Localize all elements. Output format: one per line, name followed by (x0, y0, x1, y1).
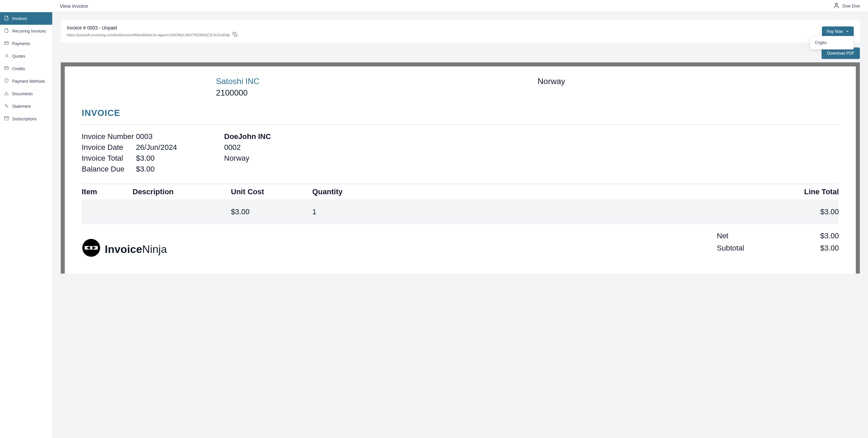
ninja-icon (82, 238, 101, 260)
invoice-header-card: Invoice # 0003 - Unpaid https://pavsoft.… (61, 20, 860, 43)
meta-label-balance: Balance Due (82, 165, 136, 174)
copy-url-button[interactable] (233, 32, 237, 38)
pdf-page: Satoshi INC 2100000 Norway INVOICE Invoi… (65, 66, 856, 274)
total-value-subtotal: $3.00 (785, 244, 839, 253)
meta-label-date: Invoice Date (82, 143, 136, 152)
invoice-status-title: Invoice # 0003 - Unpaid (67, 25, 237, 31)
sidebar-item-label: Documents (12, 92, 33, 96)
sidebar-item-label: Credits (12, 66, 25, 71)
logo-text-1: Invoice (105, 243, 142, 256)
topbar: View Invoice Doe Doe (0, 0, 868, 12)
col-quantity: Quantity (312, 187, 417, 196)
total-value-net: $3.00 (785, 232, 839, 240)
chevron-down-icon (846, 29, 849, 34)
sidebar-item-invoices[interactable]: Invoices (0, 12, 52, 25)
pdf-viewer[interactable]: Satoshi INC 2100000 Norway INVOICE Invoi… (61, 62, 860, 274)
col-line-total: Line Total (417, 187, 839, 196)
list-icon (4, 53, 9, 59)
pay-now-label: Pay Now (827, 29, 843, 34)
company-name: Satoshi INC (216, 77, 517, 86)
item-row: $3.00 1 $3.00 (82, 200, 839, 224)
meta-value-balance: $3.00 (136, 165, 204, 174)
file-icon (4, 28, 9, 34)
cell-item (82, 207, 133, 216)
sidebar-item-recurring-invoices[interactable]: Recurring Invoices (0, 25, 52, 37)
cell-unit-cost: $3.00 (231, 207, 312, 216)
sidebar-item-payments[interactable]: Payments (0, 37, 52, 50)
client-name: DoeJohn INC (224, 132, 271, 141)
pay-now-dropdown: Crypto (810, 36, 854, 49)
sidebar-item-payment-methods[interactable]: Payment Methods (0, 75, 52, 87)
sidebar-item-label: Subscriptions (12, 117, 37, 121)
cell-description (133, 207, 231, 216)
divider (82, 124, 839, 125)
sidebar-item-credits[interactable]: Credits (0, 62, 52, 75)
client-country: Norway (224, 154, 271, 163)
content-area: Invoice # 0003 - Unpaid https://pavsoft.… (53, 12, 868, 438)
credit-card-icon (4, 66, 9, 72)
company-number: 2100000 (216, 88, 517, 98)
user-icon (833, 2, 840, 10)
sidebar-item-statement[interactable]: Statement (0, 100, 52, 113)
sidebar-item-quotes[interactable]: Quotes (0, 50, 52, 62)
sidebar-item-label: Quotes (12, 54, 25, 59)
credit-card-icon (4, 41, 9, 46)
total-label-net: Net (717, 232, 785, 240)
invoice-doc-title: INVOICE (82, 108, 839, 118)
total-label-subtotal: Subtotal (717, 244, 785, 253)
pay-option-crypto[interactable]: Crypto (810, 38, 853, 47)
user-menu[interactable]: Doe Doe (833, 2, 860, 10)
col-unit-cost: Unit Cost (231, 187, 312, 196)
sidebar-item-documents[interactable]: Documents (0, 87, 52, 100)
sidebar-item-label: Payment Methods (12, 79, 45, 84)
svg-point-0 (835, 3, 837, 5)
sidebar: Invoices Recurring Invoices Payments Quo… (0, 12, 53, 438)
activity-icon (4, 103, 9, 109)
invoice-ninja-logo: Invoice Ninja (82, 238, 167, 260)
meta-value-date: 26/Jun/2024 (136, 143, 204, 152)
sidebar-item-label: Statement (12, 104, 31, 109)
sidebar-item-label: Recurring Invoices (12, 29, 46, 34)
user-name: Doe Doe (843, 3, 860, 8)
client-id: 0002 (224, 143, 271, 152)
meta-value-total: $3.00 (136, 154, 204, 163)
meta-value-number: 0003 (136, 132, 204, 141)
page-title: View Invoice (60, 3, 88, 9)
archive-icon (4, 116, 9, 122)
svg-rect-12 (4, 117, 9, 118)
download-icon (4, 91, 9, 97)
col-description: Description (133, 187, 231, 196)
svg-rect-14 (234, 34, 237, 36)
sidebar-item-label: Payments (12, 41, 30, 46)
logo-text-2: Ninja (142, 243, 167, 256)
shield-icon (4, 78, 9, 84)
file-icon (4, 16, 9, 21)
col-item: Item (82, 187, 133, 196)
svg-rect-9 (4, 67, 8, 69)
meta-label-number: Invoice Number (82, 132, 136, 141)
svg-rect-1 (4, 42, 8, 44)
company-country: Norway (538, 77, 839, 98)
cell-quantity: 1 (312, 207, 417, 216)
meta-label-total: Invoice Total (82, 154, 136, 163)
cell-line-total: $3.00 (417, 207, 839, 216)
sidebar-item-label: Invoices (12, 16, 27, 21)
sidebar-item-subscriptions[interactable]: Subscriptions (0, 113, 52, 125)
invoice-public-url: https://pavsoft.invoicing.co/client/invo… (67, 33, 230, 37)
items-header-row: Item Description Unit Cost Quantity Line… (82, 184, 839, 200)
pay-now-button[interactable]: Pay Now (822, 26, 854, 37)
